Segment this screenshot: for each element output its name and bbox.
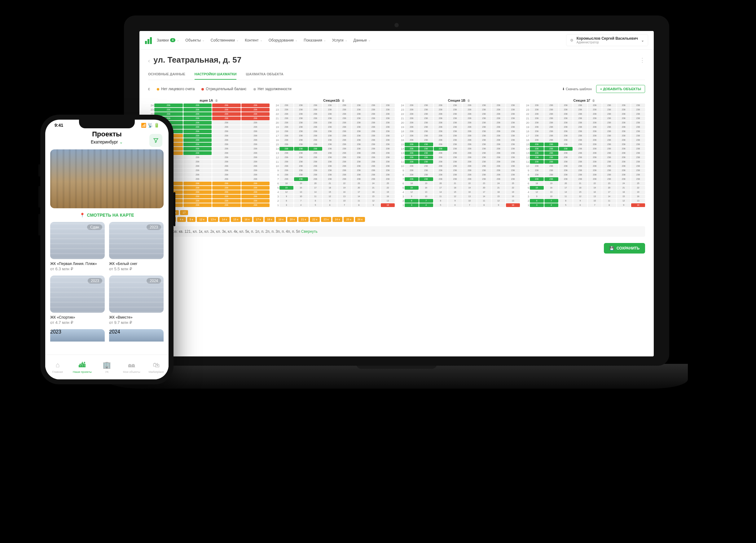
unit-cell[interactable]: 236 — [323, 121, 337, 125]
unit-cell[interactable]: 6 — [323, 203, 337, 207]
unit-cell[interactable]: 236 — [463, 147, 477, 151]
unit-cell[interactable]: 236 — [448, 138, 462, 142]
project-card[interactable]: 2024 ЖК «Вместе» от 9.7 млн ₽ — [109, 276, 164, 325]
unit-cell[interactable]: 236 — [448, 125, 462, 129]
unit-cell[interactable]: 236 — [434, 134, 448, 138]
unit-cell[interactable]: 236 — [448, 121, 462, 125]
unit-cell[interactable]: 25 — [631, 182, 645, 185]
unit-cell[interactable]: 10 — [294, 195, 308, 198]
unit-cell[interactable]: 236 — [544, 125, 558, 129]
unit-cell[interactable]: 236 — [381, 112, 395, 116]
unit-cell[interactable]: 236 — [434, 138, 448, 142]
unit-cell[interactable]: 236 — [419, 129, 433, 133]
unit-cell[interactable]: 236 — [559, 134, 573, 138]
unit-cell[interactable]: 10 — [419, 195, 433, 198]
unit-cell[interactable]: 236 — [337, 168, 351, 172]
unit-cell[interactable]: 24 — [367, 182, 380, 185]
unit-cell[interactable]: 236 — [506, 108, 520, 112]
unit-cell[interactable]: 236 — [294, 125, 308, 129]
unit-cell[interactable]: 23 — [602, 182, 616, 185]
unit-cell[interactable]: 236 — [631, 168, 645, 172]
unit-cell[interactable]: 236 — [323, 177, 337, 181]
unit-cell[interactable]: 236 — [309, 168, 323, 172]
unit-cell[interactable]: 13 — [463, 195, 477, 198]
unit-cell[interactable]: 15 — [448, 190, 462, 194]
project-card[interactable]: 2023 ЖК «Спортик» от 4.7 млн ₽ — [50, 276, 105, 325]
unit-cell[interactable]: 236 — [559, 108, 573, 112]
unit-cell[interactable]: 236 — [631, 108, 645, 112]
pager-chip[interactable]: 18 к — [265, 217, 275, 222]
unit-cell[interactable]: 236 — [381, 168, 395, 172]
unit-cell[interactable]: 236 — [212, 190, 241, 194]
unit-cell[interactable]: 236 — [337, 134, 351, 138]
unit-cell[interactable]: 236 — [492, 142, 506, 146]
unit-cell[interactable]: 236 — [477, 147, 491, 151]
filter-button[interactable] — [149, 134, 162, 147]
unit-cell[interactable]: 236 — [294, 142, 308, 146]
unit-cell[interactable]: 236 — [279, 142, 293, 146]
unit-cell[interactable]: 236 — [323, 134, 337, 138]
unit-cell[interactable]: 236 — [241, 112, 270, 116]
nav-item[interactable]: Данные⌄ — [354, 38, 371, 42]
unit-cell[interactable]: 236 — [559, 177, 573, 181]
unit-cell[interactable]: 236 — [448, 164, 462, 168]
unit-cell[interactable]: 236 — [530, 116, 544, 120]
unit-cell[interactable]: 236 — [463, 173, 477, 177]
unit-cell[interactable]: 236 — [434, 121, 448, 125]
unit-cell[interactable]: 236 — [381, 155, 395, 159]
unit-cell[interactable]: 236 — [183, 182, 212, 185]
tabbar-item[interactable]: 🏢УК — [95, 355, 119, 379]
unit-cell[interactable]: 236 — [530, 164, 544, 168]
unit-cell[interactable]: 19 — [419, 182, 433, 185]
unit-cell[interactable]: 236 — [309, 125, 323, 129]
unit-cell[interactable]: 236 — [309, 155, 323, 159]
unit-cell[interactable]: 236 — [241, 160, 270, 164]
unit-cell[interactable]: 236 — [367, 173, 380, 177]
unit-cell[interactable]: 236 — [477, 173, 491, 177]
unit-cell[interactable]: 236 — [352, 121, 366, 125]
unit-cell[interactable]: 236 — [602, 151, 616, 155]
unit-cell[interactable]: 236 — [588, 134, 602, 138]
unit-cell[interactable]: 236 — [183, 125, 212, 129]
unit-cell[interactable]: 9 — [492, 203, 506, 207]
unit-cell[interactable]: 236 — [337, 147, 351, 151]
unit-cell[interactable]: 236 — [352, 147, 366, 151]
unit-cell[interactable]: 12 — [530, 190, 544, 194]
unit-cell[interactable]: 15 — [530, 186, 544, 190]
unit-cell[interactable]: 236 — [381, 151, 395, 155]
add-objects-button[interactable]: + ДОБАВИТЬ ОБЪЕКТЫ — [596, 85, 645, 93]
unit-cell[interactable]: 19 — [588, 186, 602, 190]
unit-cell[interactable]: 236 — [588, 108, 602, 112]
unit-cell[interactable]: 236 — [573, 129, 587, 133]
unit-cell[interactable]: 15 — [405, 186, 419, 190]
unit-cell[interactable]: 236 — [337, 164, 351, 168]
unit-cell[interactable]: 236 — [492, 108, 506, 112]
trash-icon[interactable]: 🗑 — [592, 99, 595, 102]
unit-cell[interactable]: 9 — [573, 199, 587, 203]
unit-cell[interactable]: 236 — [530, 121, 544, 125]
unit-cell[interactable]: 236 — [559, 125, 573, 129]
unit-cell[interactable]: 236 — [212, 129, 241, 133]
unit-cell[interactable]: 236 — [323, 168, 337, 172]
unit-cell[interactable]: 236 — [183, 147, 212, 151]
unit-cell[interactable]: 11 — [309, 195, 323, 198]
unit-cell[interactable]: 236 — [367, 129, 380, 133]
unit-cell[interactable]: 236 — [212, 147, 241, 151]
unit-cell[interactable]: 236 — [617, 142, 631, 146]
unit-cell[interactable]: 236 — [352, 125, 366, 129]
unit-cell[interactable]: 236 — [573, 151, 587, 155]
unit-cell[interactable]: 236 — [631, 155, 645, 159]
unit-cell[interactable]: 21 — [323, 182, 337, 185]
unit-cell[interactable]: 236 — [405, 177, 419, 181]
unit-cell[interactable]: 15 — [617, 195, 631, 198]
unit-cell[interactable]: 236 — [241, 121, 270, 125]
unit-cell[interactable]: 236 — [183, 151, 212, 155]
unit-cell[interactable]: 236 — [309, 147, 323, 151]
unit-cell[interactable]: 236 — [405, 108, 419, 112]
unit-cell[interactable]: 236 — [506, 160, 520, 164]
unit-cell[interactable]: 236 — [544, 177, 558, 181]
unit-cell[interactable]: 236 — [294, 160, 308, 164]
nav-item[interactable]: Собственники⌄ — [211, 38, 239, 42]
pager-chip[interactable]: 24 к — [332, 217, 342, 222]
unit-cell[interactable]: 236 — [506, 173, 520, 177]
